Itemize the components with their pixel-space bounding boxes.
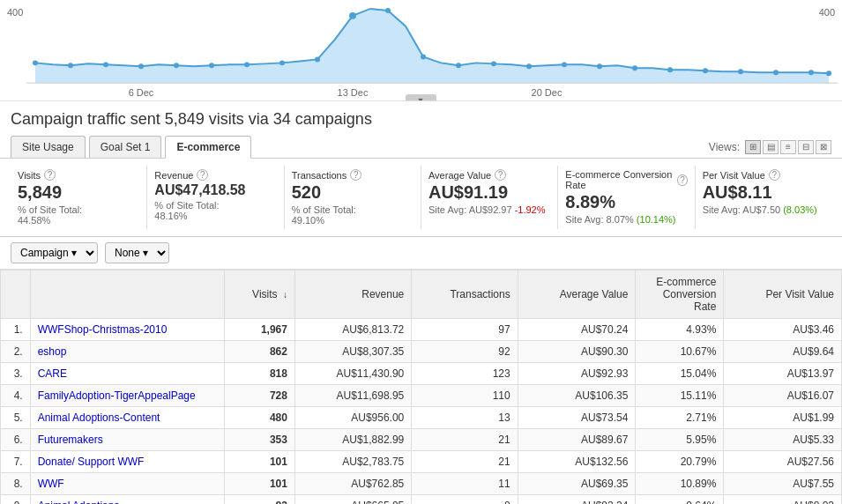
traffic-chart: 400 400 6 Dec 13 Dec 20 xyxy=(0,0,842,101)
row-transactions: 110 xyxy=(412,385,518,407)
row-visits: 862 xyxy=(224,341,294,363)
data-table: Visits ↓ Revenue Transactions Average Va… xyxy=(0,270,842,504)
stat-avg-help[interactable]: ? xyxy=(495,169,506,181)
view-pivot-icon[interactable]: ⊠ xyxy=(816,140,831,154)
row-num: 3. xyxy=(1,363,31,385)
stat-pervisit-sub: Site Avg: AU$7.50 (8.03%) xyxy=(703,204,824,215)
table-row: 1. WWFShop-Christmas-2010 1,967 AU$6,813… xyxy=(1,319,842,341)
table-row: 5. Animal Adoptions-Content 480 AU$956.0… xyxy=(1,407,842,429)
stat-avg-label: Average Value xyxy=(428,170,491,181)
row-visits: 83 xyxy=(224,495,294,505)
stat-revenue-help[interactable]: ? xyxy=(197,169,208,181)
row-conv-rate: 10.89% xyxy=(636,473,724,495)
campaign-link[interactable]: WWFShop-Christmas-2010 xyxy=(38,323,168,336)
view-bar-icon[interactable]: ▤ xyxy=(763,140,779,154)
col-per-visit: Per Visit Value xyxy=(724,271,842,319)
campaign-link[interactable]: Donate/ Support WWF xyxy=(38,456,145,468)
table-row: 3. CARE 818 AU$11,430.90 123 AU$92.93 15… xyxy=(1,363,842,385)
view-grid-icon[interactable]: ⊞ xyxy=(745,140,761,154)
campaign-link[interactable]: eshop xyxy=(38,345,67,358)
row-visits: 353 xyxy=(224,429,294,451)
row-revenue: AU$1,882.99 xyxy=(294,429,411,451)
stat-conv-help[interactable]: ? xyxy=(677,174,687,186)
view-compare-icon[interactable]: ⊟ xyxy=(798,140,814,154)
svg-point-24 xyxy=(826,70,831,76)
tab-ecommerce[interactable]: E-commerce xyxy=(165,136,251,159)
col-revenue: Revenue xyxy=(294,271,411,319)
stat-pervisit-help[interactable]: ? xyxy=(769,169,780,181)
svg-point-14 xyxy=(491,61,496,66)
row-per-visit: AU$5.33 xyxy=(724,429,842,451)
row-transactions: 21 xyxy=(412,429,518,451)
row-visits: 1,967 xyxy=(224,319,294,341)
row-revenue: AU$762.85 xyxy=(294,473,411,495)
row-avg-value: AU$132.56 xyxy=(518,451,636,473)
row-num: 7. xyxy=(1,451,31,473)
svg-point-4 xyxy=(138,63,144,69)
row-visits: 818 xyxy=(224,363,294,385)
row-name: eshop xyxy=(30,341,224,363)
svg-point-9 xyxy=(315,56,320,62)
svg-point-20 xyxy=(703,68,708,73)
row-num: 1. xyxy=(1,319,31,341)
row-revenue: AU$11,698.95 xyxy=(294,385,411,407)
stat-conv-value: 8.89% xyxy=(565,192,687,212)
campaign-link[interactable]: WWF xyxy=(38,478,64,490)
campaign-filter[interactable]: Campaign ▾ xyxy=(11,242,98,263)
row-conv-rate: 4.93% xyxy=(636,319,724,341)
row-revenue: AU$665.95 xyxy=(294,495,411,505)
row-conv-rate: 9.64% xyxy=(636,495,724,505)
row-conv-rate: 15.11% xyxy=(636,385,724,407)
col-visits[interactable]: Visits ↓ xyxy=(224,271,294,319)
campaign-link[interactable]: FamilyAdoption-TigerAppealPage xyxy=(38,389,196,402)
svg-point-11 xyxy=(385,8,391,13)
stat-transactions-sub: % of Site Total: 49.10% xyxy=(292,204,414,226)
svg-text:▼: ▼ xyxy=(417,96,425,100)
svg-point-5 xyxy=(174,63,179,68)
page-title: Campaign traffic sent 5,849 visits via 3… xyxy=(0,101,842,136)
row-num: 4. xyxy=(1,385,31,407)
views-bar: Views: ⊞ ▤ ≡ ⊟ ⊠ xyxy=(709,137,831,158)
row-transactions: 92 xyxy=(412,341,518,363)
col-campaign xyxy=(30,271,224,319)
stat-conv-rate: E-commerce Conversion Rate ? 8.89% Site … xyxy=(558,166,695,229)
row-avg-value: AU$90.30 xyxy=(518,341,636,363)
row-avg-value: AU$69.35 xyxy=(518,473,636,495)
svg-point-22 xyxy=(773,70,779,75)
row-per-visit: AU$8.02 xyxy=(724,495,842,505)
tab-site-usage[interactable]: Site Usage xyxy=(11,136,86,158)
campaign-link[interactable]: Futuremakers xyxy=(38,434,103,446)
svg-point-17 xyxy=(597,63,602,69)
row-transactions: 97 xyxy=(412,319,518,341)
svg-point-6 xyxy=(209,63,214,68)
row-revenue: AU$956.00 xyxy=(294,407,411,429)
campaign-link[interactable]: Animal Adoptions xyxy=(38,500,120,504)
row-revenue: AU$8,307.35 xyxy=(294,341,411,363)
row-avg-value: AU$70.24 xyxy=(518,319,636,341)
row-visits: 480 xyxy=(224,407,294,429)
campaign-link[interactable]: CARE xyxy=(38,367,67,380)
stat-transactions-help[interactable]: ? xyxy=(350,169,361,181)
stat-avg-value-val: AU$91.19 xyxy=(428,182,550,203)
svg-point-1 xyxy=(33,60,38,65)
svg-text:13 Dec: 13 Dec xyxy=(338,87,369,98)
stat-pervisit-label: Per Visit Value xyxy=(703,170,765,181)
svg-point-8 xyxy=(279,60,285,65)
row-visits: 101 xyxy=(224,473,294,495)
stat-per-visit: Per Visit Value ? AU$8.11 Site Avg: AU$7… xyxy=(696,166,831,229)
views-label: Views: xyxy=(709,141,740,153)
row-transactions: 8 xyxy=(412,495,518,505)
campaign-link[interactable]: Animal Adoptions-Content xyxy=(38,411,160,424)
svg-point-2 xyxy=(68,63,73,68)
tab-goal-set-1[interactable]: Goal Set 1 xyxy=(89,136,162,158)
tabs-bar: Site Usage Goal Set 1 E-commerce xyxy=(11,136,253,158)
filter-row: Campaign ▾ None ▾ xyxy=(0,237,842,270)
stat-avg-sub: Site Avg: AU$92.97 -1.92% xyxy=(428,204,550,215)
row-transactions: 13 xyxy=(412,407,518,429)
row-per-visit: AU$13.97 xyxy=(724,363,842,385)
row-per-visit: AU$9.64 xyxy=(724,341,842,363)
none-filter[interactable]: None ▾ xyxy=(105,242,169,263)
view-list-icon[interactable]: ≡ xyxy=(780,140,796,154)
stat-visits-help[interactable]: ? xyxy=(44,169,56,181)
svg-point-23 xyxy=(808,70,814,75)
